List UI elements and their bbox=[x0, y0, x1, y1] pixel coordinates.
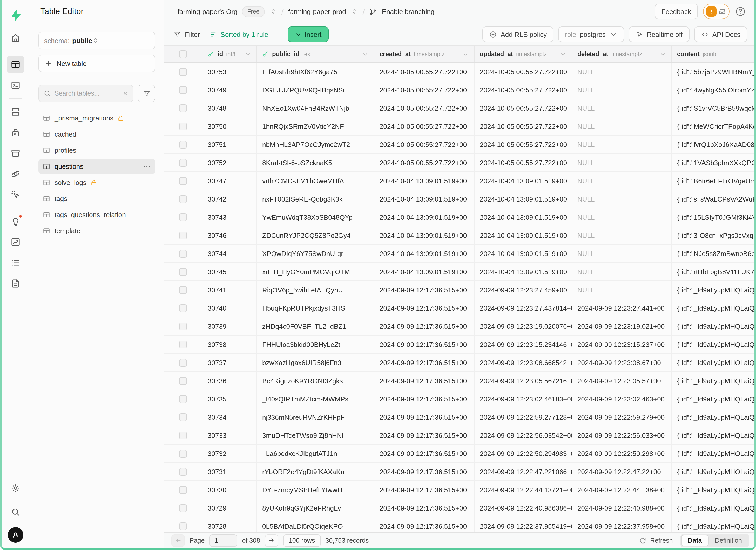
row-checkbox[interactable] bbox=[179, 68, 187, 76]
cell-deleted-at[interactable]: 2024-09-09 12:23:02.463+00 bbox=[572, 390, 672, 408]
cell-deleted-at[interactable]: NULL bbox=[572, 245, 672, 262]
row-checkbox-cell[interactable] bbox=[164, 445, 203, 462]
feedback-button[interactable]: Feedback bbox=[655, 4, 698, 19]
cell-public-id[interactable]: YwEmuWdqT38XoSB048QYp bbox=[257, 208, 374, 226]
sidebar-table-solve_logs[interactable]: solve_logs bbox=[38, 175, 155, 190]
row-checkbox[interactable] bbox=[179, 468, 187, 475]
cell-public-id[interactable]: DGEJfJZPQUV9Q-IBqsNSi bbox=[257, 81, 374, 99]
cell-content[interactable]: {"id":"_Id9aLyJpMHQLaiQC bbox=[672, 390, 754, 408]
cell-updated-at[interactable]: 2024-09-09 12:22:56.03542+00 bbox=[475, 426, 572, 444]
cell-id[interactable]: 30749 bbox=[203, 81, 257, 99]
tab-data[interactable]: Data bbox=[681, 535, 709, 546]
cell-public-id[interactable]: RiqOV6p_5wihLeIAEQyhU bbox=[257, 281, 374, 299]
cell-created-at[interactable]: 2024-09-09 12:17:36.515+00 bbox=[374, 372, 475, 390]
row-checkbox[interactable] bbox=[179, 340, 187, 348]
cell-deleted-at[interactable]: 2024-09-09 12:23:19.021+00 bbox=[572, 317, 672, 335]
cell-public-id[interactable]: DYp-7mcyMSIrHefLYIwwH bbox=[257, 481, 374, 499]
nav-search[interactable] bbox=[7, 503, 24, 521]
cell-created-at[interactable]: 2024-10-04 13:09:01.519+00 bbox=[374, 208, 475, 226]
cell-updated-at[interactable]: 2024-10-04 13:09:01.519+00 bbox=[475, 190, 572, 208]
cell-id[interactable]: 30738 bbox=[203, 336, 257, 353]
cell-id[interactable]: 30728 bbox=[203, 517, 257, 532]
cell-created-at[interactable]: 2024-10-05 00:55:27.722+00 bbox=[374, 154, 475, 171]
row-checkbox-cell[interactable] bbox=[164, 81, 203, 99]
nav-realtime[interactable] bbox=[7, 186, 24, 204]
more-options-icon[interactable] bbox=[143, 162, 151, 171]
row-checkbox-cell[interactable] bbox=[164, 208, 203, 226]
cell-id[interactable]: 30753 bbox=[203, 63, 257, 81]
role-selector[interactable]: role postgres bbox=[558, 26, 624, 42]
column-header-id[interactable]: idint8 bbox=[203, 46, 257, 62]
cell-created-at[interactable]: 2024-10-05 00:55:27.722+00 bbox=[374, 117, 475, 135]
table-row[interactable]: 30753IEfA0sRh9hIXf62Y6ga752024-10-05 00:… bbox=[164, 63, 754, 81]
nav-advisors[interactable] bbox=[7, 212, 24, 230]
cell-id[interactable]: 30740 bbox=[203, 299, 257, 317]
sidebar-table-tags[interactable]: tags bbox=[38, 191, 155, 206]
row-checkbox[interactable] bbox=[179, 231, 187, 239]
cell-public-id[interactable]: ZDCunRYJP2CQ5Z8Po2Gy4 bbox=[257, 226, 374, 244]
sidebar-table-questions[interactable]: questions bbox=[38, 159, 155, 174]
table-row[interactable]: 30734nj336mN5reuRVNZrKHFpF2024-09-09 12:… bbox=[164, 408, 754, 426]
cell-public-id[interactable]: FHHUioa3bidd00BHyLeZt bbox=[257, 336, 374, 353]
cell-public-id[interactable]: H5uqFKpRUTPkjxdysT3HS bbox=[257, 299, 374, 317]
column-menu-icon[interactable] bbox=[659, 51, 666, 57]
avatar[interactable] bbox=[8, 527, 23, 543]
row-checkbox[interactable] bbox=[179, 159, 187, 166]
cell-id[interactable]: 30733 bbox=[203, 426, 257, 444]
table-row[interactable]: 30749DGEJfJZPQUV9Q-IBqsNSi2024-10-05 00:… bbox=[164, 81, 754, 99]
row-checkbox-cell[interactable] bbox=[164, 281, 203, 299]
row-checkbox[interactable] bbox=[179, 195, 187, 203]
column-menu-icon[interactable] bbox=[245, 51, 251, 57]
row-checkbox[interactable] bbox=[179, 413, 187, 421]
cell-public-id[interactable]: 8KraI-tSI-6-pSZcknaK5 bbox=[257, 154, 374, 171]
cell-content[interactable]: {"id":"_Id9aLyJpMHQLaiQC bbox=[672, 299, 754, 317]
cell-id[interactable]: 30739 bbox=[203, 317, 257, 335]
rows-per-page-button[interactable]: 100 rows bbox=[283, 534, 321, 547]
row-checkbox[interactable] bbox=[179, 177, 187, 185]
cell-content[interactable]: {"id":"_Id9aLyJpMHQLaiQC bbox=[672, 281, 754, 299]
next-page-button[interactable] bbox=[265, 534, 278, 547]
row-checkbox[interactable] bbox=[179, 395, 187, 403]
cell-id[interactable]: 30742 bbox=[203, 190, 257, 208]
cell-deleted-at[interactable]: 2024-09-09 12:22:50.298+00 bbox=[572, 445, 672, 462]
cell-id[interactable]: 30731 bbox=[203, 463, 257, 480]
row-checkbox-cell[interactable] bbox=[164, 336, 203, 353]
notifications-button[interactable] bbox=[703, 4, 730, 19]
cell-content[interactable]: {"id":"_Id9aLyJpMHQLaiQC bbox=[672, 445, 754, 462]
cell-created-at[interactable]: 2024-10-04 13:09:01.519+00 bbox=[374, 172, 475, 190]
cell-updated-at[interactable]: 2024-09-09 12:22:40.986386+00 bbox=[475, 499, 572, 517]
filter-button[interactable]: Filter bbox=[173, 30, 200, 38]
row-checkbox-cell[interactable] bbox=[164, 263, 203, 280]
cell-content[interactable]: {"id":"rtHbLpgB8V11LUK7152 bbox=[672, 263, 754, 280]
cell-updated-at[interactable]: 2024-10-04 13:09:01.519+00 bbox=[475, 172, 572, 190]
cell-deleted-at[interactable]: NULL bbox=[572, 226, 672, 244]
row-checkbox[interactable] bbox=[179, 268, 187, 276]
cell-created-at[interactable]: 2024-09-09 12:17:36.515+00 bbox=[374, 336, 475, 353]
nav-settings[interactable] bbox=[7, 479, 24, 497]
cell-updated-at[interactable]: 2024-09-09 12:23:19.020076+00 bbox=[475, 317, 572, 335]
cell-deleted-at[interactable]: NULL bbox=[572, 190, 672, 208]
cell-updated-at[interactable]: 2024-10-05 00:55:27.722+00 bbox=[475, 136, 572, 153]
cell-deleted-at[interactable]: 2024-09-09 12:22:37.958+00 bbox=[572, 517, 672, 532]
cell-content[interactable]: {"id":"_Id9aLyJpMHQLaiQC bbox=[672, 354, 754, 371]
row-checkbox-cell[interactable] bbox=[164, 317, 203, 335]
cell-id[interactable]: 30729 bbox=[203, 499, 257, 517]
sort-button[interactable]: Sorted by 1 rule bbox=[209, 30, 268, 38]
sidebar-table-tags_questions_relation[interactable]: tags_questions_relation bbox=[38, 207, 155, 222]
column-menu-icon[interactable] bbox=[462, 51, 469, 57]
new-table-button[interactable]: New table bbox=[38, 55, 155, 72]
cell-public-id[interactable]: nxFT002ISeRE-Qobg3K3k bbox=[257, 190, 374, 208]
table-row[interactable]: 307280L5BAfDaLDl5rQOiqeKPO2024-09-09 12:… bbox=[164, 517, 754, 532]
cell-public-id[interactable]: xrETI_HyGY0mPMGVqtOTM bbox=[257, 263, 374, 280]
row-checkbox[interactable] bbox=[179, 431, 187, 439]
cell-created-at[interactable]: 2024-09-09 12:17:36.515+00 bbox=[374, 481, 475, 499]
table-row[interactable]: 30748NhXEo1Xw04FnB4RzWTNjb2024-10-05 00:… bbox=[164, 99, 754, 117]
cell-content[interactable]: {"id":"_Id9aLyJpMHQLaiQC bbox=[672, 408, 754, 426]
row-checkbox-cell[interactable] bbox=[164, 226, 203, 244]
row-checkbox-cell[interactable] bbox=[164, 190, 203, 208]
row-checkbox-cell[interactable] bbox=[164, 408, 203, 426]
add-rls-policy-button[interactable]: Add RLS policy bbox=[482, 26, 553, 42]
nav-logs[interactable] bbox=[7, 254, 24, 272]
row-checkbox[interactable] bbox=[179, 504, 187, 512]
prev-page-button[interactable] bbox=[171, 534, 185, 547]
